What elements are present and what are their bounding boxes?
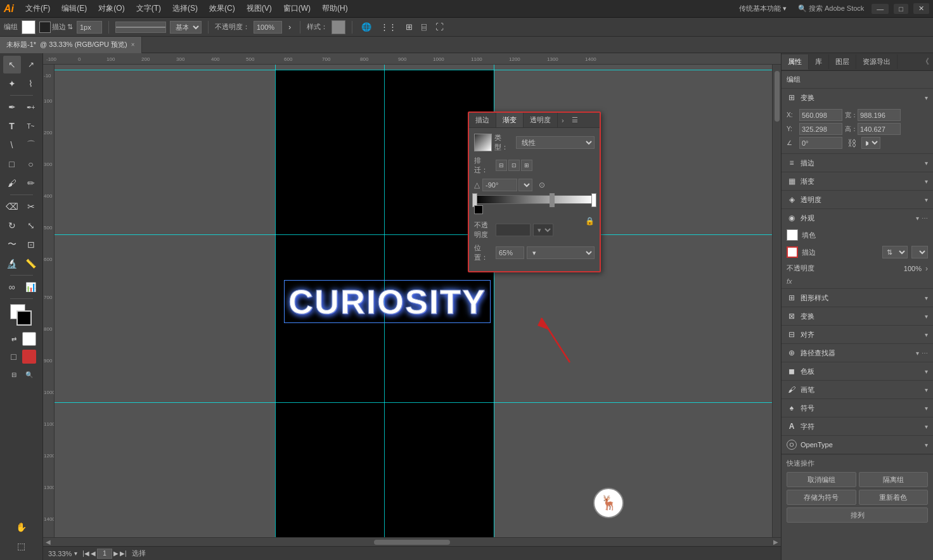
menu-edit[interactable]: 编辑(E) bbox=[56, 2, 92, 15]
rect-tool[interactable]: □ bbox=[3, 155, 21, 173]
width-input[interactable] bbox=[858, 109, 901, 121]
blend-tool[interactable]: ∞ bbox=[3, 278, 21, 296]
direct-selection-tool[interactable]: ↗ bbox=[22, 56, 40, 73]
align-stroke-center-btn[interactable]: ⊡ bbox=[508, 160, 520, 171]
gradient-opacity-input[interactable] bbox=[496, 224, 531, 236]
angle-input[interactable] bbox=[799, 137, 842, 149]
vertical-scrollbar-thumb[interactable] bbox=[775, 71, 780, 122]
path-text-tool[interactable]: T~ bbox=[22, 117, 40, 135]
selection-tool[interactable]: ↖ bbox=[3, 56, 21, 73]
eyedropper-tool[interactable]: 🔬 bbox=[3, 255, 21, 272]
height-input[interactable] bbox=[858, 123, 901, 135]
arc-tool[interactable]: ⌒ bbox=[22, 136, 40, 154]
grid-icon[interactable]: ⋮⋮ bbox=[378, 21, 399, 33]
horizontal-scrollbar[interactable]: ◀ ▶ bbox=[43, 537, 781, 546]
gradient-angle-input[interactable] bbox=[482, 179, 517, 191]
zoom-tool[interactable]: 🔍 bbox=[22, 367, 36, 381]
style-swatch[interactable] bbox=[331, 20, 345, 34]
zoom-dropdown-btn[interactable]: ▾ bbox=[74, 550, 77, 557]
align-section-header[interactable]: ⊟ 对齐 ▾ bbox=[782, 326, 933, 343]
minimize-btn[interactable]: — bbox=[872, 4, 889, 14]
link-dimensions-btn[interactable]: ⛓ bbox=[847, 138, 856, 148]
menu-effect[interactable]: 效果(C) bbox=[204, 2, 240, 15]
hand-tool[interactable]: ✋ bbox=[13, 518, 30, 536]
symbol-header[interactable]: ♠ 符号 ▾ bbox=[782, 399, 933, 417]
menu-select[interactable]: 选择(S) bbox=[167, 2, 203, 15]
gradient-section-header[interactable]: ▦ 渐变 ▾ bbox=[782, 172, 933, 190]
arrange-btn[interactable]: 排列 bbox=[787, 507, 928, 523]
panel-menu-icon[interactable]: ☰ bbox=[568, 113, 582, 127]
opentype-arrow[interactable]: ▾ bbox=[925, 442, 928, 449]
stroke-color[interactable] bbox=[16, 310, 32, 326]
transparency-collapse-arrow[interactable]: ▾ bbox=[925, 196, 928, 203]
recolor-btn[interactable]: 重新着色 bbox=[859, 490, 929, 505]
transform-section-header[interactable]: ⊞ 变换 ▾ bbox=[782, 89, 933, 106]
pathfinder-more-icon[interactable]: ⋯ bbox=[922, 350, 928, 357]
maximize-btn[interactable]: □ bbox=[894, 4, 908, 14]
stroke-section-header[interactable]: ≡ 描边 ▾ bbox=[782, 154, 933, 172]
gradient-tab[interactable]: 渐变 bbox=[496, 113, 524, 127]
stroke-swatch[interactable] bbox=[39, 22, 51, 33]
page-first-btn[interactable]: |◀ bbox=[82, 550, 89, 557]
measure-tool[interactable]: 📏 bbox=[22, 255, 40, 272]
opacity-appear-expand-btn[interactable]: › bbox=[925, 264, 928, 273]
puppet-icon[interactable]: ⛶ bbox=[433, 21, 446, 33]
position-dropdown[interactable]: ▾ bbox=[527, 246, 595, 259]
gradient-bar[interactable] bbox=[474, 195, 595, 204]
save-symbol-btn[interactable]: 存储为符号 bbox=[787, 490, 856, 505]
reverse-gradient-icon[interactable]: ⊙ bbox=[539, 181, 545, 189]
stroke-collapse-arrow[interactable]: ▾ bbox=[925, 160, 928, 167]
stroke-appear-select[interactable]: ⇅ bbox=[882, 246, 908, 258]
normal-mode-btn[interactable]: □ bbox=[7, 350, 21, 364]
gradient-color-stop-bottom-left[interactable] bbox=[474, 205, 483, 214]
add-anchor-tool[interactable]: ✒+ bbox=[22, 98, 40, 116]
eraser-tool[interactable]: ⌫ bbox=[3, 198, 21, 215]
stroke-tab[interactable]: 描边 bbox=[469, 113, 496, 127]
panels-collapse-btn[interactable]: 《 bbox=[922, 56, 929, 67]
scissors-tool[interactable]: ✂ bbox=[22, 198, 40, 215]
character-header[interactable]: A 字符 ▾ bbox=[782, 417, 933, 435]
doc-tab-close[interactable]: × bbox=[131, 41, 135, 48]
ellipse-tool[interactable]: ○ bbox=[22, 155, 40, 173]
library-tab[interactable]: 库 bbox=[809, 54, 829, 69]
menu-text[interactable]: 文字(T) bbox=[131, 2, 166, 15]
menu-object[interactable]: 对象(O) bbox=[93, 2, 129, 15]
menu-view[interactable]: 视图(V) bbox=[241, 2, 277, 15]
lasso-tool[interactable]: ⌇ bbox=[22, 75, 40, 92]
character-arrow[interactable]: ▾ bbox=[925, 423, 928, 430]
graphic-style-arrow[interactable]: ▾ bbox=[925, 295, 928, 302]
opentype-header[interactable]: O OpenType ▾ bbox=[782, 436, 933, 454]
layers-tab[interactable]: 图层 bbox=[829, 54, 856, 69]
brush-arrow[interactable]: ▾ bbox=[925, 386, 928, 393]
rotate-tool[interactable]: ↻ bbox=[3, 217, 21, 234]
transform2-arrow[interactable]: ▾ bbox=[925, 313, 928, 320]
free-transform-tool[interactable]: ⊡ bbox=[22, 236, 40, 253]
fill-color-swatch[interactable] bbox=[787, 229, 798, 241]
transform-more-select[interactable]: ▶| bbox=[861, 137, 880, 149]
page-number-input[interactable] bbox=[97, 549, 112, 559]
stroke-weight-select[interactable] bbox=[911, 246, 928, 258]
asset-export-tab[interactable]: 资源导出 bbox=[856, 54, 898, 69]
x-input[interactable] bbox=[799, 109, 842, 121]
menu-window[interactable]: 窗口(W) bbox=[278, 2, 316, 15]
stroke-type-select[interactable]: 基本 bbox=[170, 21, 202, 34]
gradient-preview-swatch[interactable] bbox=[474, 134, 492, 151]
properties-tab[interactable]: 属性 bbox=[782, 54, 809, 70]
align-stroke-inside-btn[interactable]: ⊟ bbox=[496, 160, 507, 171]
globe-icon[interactable]: 🌐 bbox=[359, 21, 374, 33]
screen-mode-btn[interactable]: ⊟ bbox=[7, 367, 21, 381]
pathfinder-header[interactable]: ⊕ 路径查找器 ▾ ⋯ bbox=[782, 344, 933, 362]
scale-tool[interactable]: ⤡ bbox=[22, 217, 40, 234]
fill-swatch[interactable] bbox=[22, 20, 35, 34]
stroke-arrows[interactable]: ⇅ bbox=[67, 23, 73, 31]
zoom-value[interactable]: 33.33% bbox=[48, 550, 72, 557]
transparency-section-header[interactable]: ◈ 透明度 ▾ bbox=[782, 191, 933, 208]
page-prev-btn[interactable]: ◀ bbox=[91, 550, 96, 557]
stroke-color-swatch[interactable] bbox=[787, 246, 798, 258]
gradient-type-select[interactable]: 线性 bbox=[516, 136, 595, 149]
transparency-tab[interactable]: 透明度 bbox=[524, 113, 558, 127]
transform-icon[interactable]: ⊞ bbox=[403, 21, 415, 33]
canvas-container[interactable]: CURIOSITY 🦌 bbox=[55, 65, 781, 537]
warp-tool[interactable]: 〜 bbox=[3, 236, 21, 253]
scroll-track[interactable] bbox=[51, 538, 773, 547]
